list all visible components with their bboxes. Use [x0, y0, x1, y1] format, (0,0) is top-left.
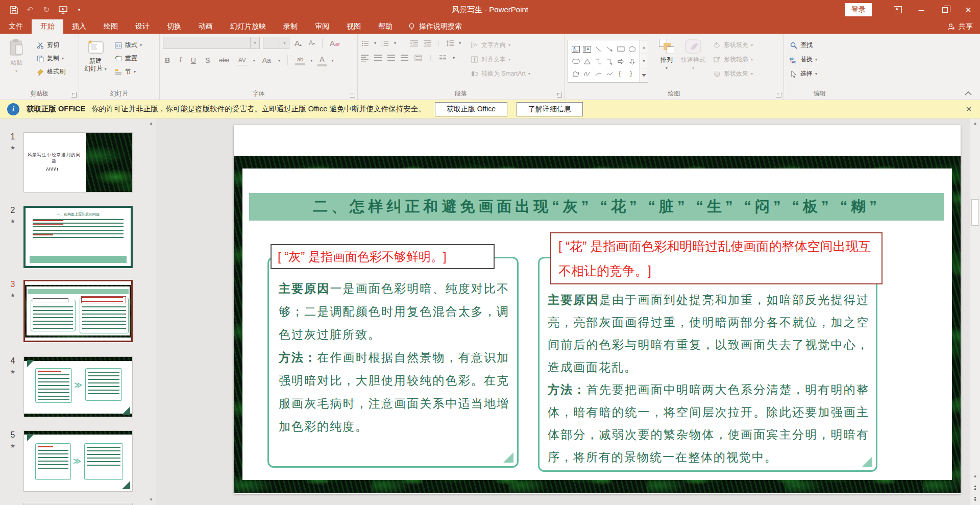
increase-font-button[interactable]: A▴ — [292, 38, 304, 49]
shape-left-brace-icon[interactable]: { — [615, 67, 626, 80]
shape-vertical-textbox-icon[interactable]: A — [581, 43, 593, 55]
tab-home[interactable]: 开始 — [32, 19, 63, 34]
format-painter-button[interactable]: 格式刷 — [34, 66, 67, 77]
shape-line-icon[interactable] — [593, 43, 604, 55]
scroll-up-icon[interactable]: ▲ — [970, 119, 980, 127]
shape-effects-button[interactable]: 形状效果 ▾ — [710, 68, 755, 79]
select-button[interactable]: 选择 ▾ — [787, 68, 819, 79]
shape-textbox-icon[interactable]: A — [570, 43, 581, 55]
shape-right-arrow-icon[interactable] — [615, 55, 626, 67]
shapes-more-icon[interactable]: ▬▼ — [640, 68, 648, 82]
thumbnail-scrollbar[interactable]: ▲ ▼ — [148, 118, 155, 505]
character-spacing-button[interactable]: AV — [236, 56, 248, 65]
thumbnail-scroll-down-icon[interactable]: ▼ — [148, 496, 155, 503]
shape-right-brace-icon[interactable]: } — [626, 67, 638, 80]
shapes-gallery-scroll[interactable]: ▲ ▼ ▬▼ — [640, 40, 648, 83]
main-vertical-scrollbar[interactable]: ▲ ▼ ▲▲ ▼▼ — [970, 118, 980, 505]
drawing-dialog-launcher[interactable] — [776, 92, 781, 98]
minimize-button[interactable]: ─ — [910, 0, 933, 19]
shape-arc-icon[interactable] — [593, 67, 604, 80]
increase-indent-icon[interactable] — [423, 39, 432, 47]
text-direction-button[interactable]: A 文字方向 ▾ — [468, 40, 532, 51]
notice-close-icon[interactable]: ✕ — [962, 100, 976, 118]
shape-elbow-arrow-icon[interactable] — [604, 55, 615, 67]
shape-rectangle-icon[interactable] — [615, 43, 626, 55]
replace-button[interactable]: abac 替换 ▾ — [787, 54, 819, 65]
tab-transitions[interactable]: 切换 — [158, 19, 190, 34]
cut-button[interactable]: 剪切 — [34, 40, 67, 51]
shape-scribble-icon[interactable] — [581, 67, 593, 80]
align-right-icon[interactable] — [387, 55, 395, 62]
paste-button[interactable]: 粘贴 ▾ — [3, 37, 30, 88]
undo-icon[interactable]: ↶ — [26, 5, 35, 14]
font-color-button[interactable]: A — [317, 54, 326, 66]
quick-styles-button[interactable]: 快速样式 ▾ — [680, 37, 706, 88]
paragraph-dialog-launcher[interactable] — [557, 92, 562, 98]
shape-outline-button[interactable]: 形状轮廓 ▾ — [710, 54, 755, 65]
thumbnail-slide-6-partial[interactable] — [23, 503, 133, 505]
convert-smartart-button[interactable]: 转换为 SmartArt ▾ — [468, 68, 532, 79]
justify-icon[interactable] — [401, 55, 408, 62]
restore-button[interactable] — [933, 0, 957, 19]
thumbnail-slide-2[interactable]: 一、在构图上应注意的问题 — [23, 206, 133, 268]
shape-down-arrow-icon[interactable] — [626, 55, 638, 67]
shapes-gallery[interactable]: A A { } — [568, 40, 640, 83]
shapes-scroll-down-icon[interactable]: ▼ — [640, 54, 648, 68]
align-left-icon[interactable] — [361, 55, 369, 62]
ribbon-display-options-button[interactable] — [886, 0, 910, 19]
shape-triangle-icon[interactable] — [581, 55, 593, 67]
tab-view[interactable]: 视图 — [338, 19, 370, 34]
shape-fill-button[interactable]: 形状填充 ▾ — [710, 40, 755, 51]
distribute-icon[interactable] — [414, 54, 423, 62]
font-dialog-launcher[interactable] — [350, 92, 355, 98]
current-slide[interactable]: 二、怎样纠正和避免画面出现“灰” “花” “脏” “生” “闷” “板” “糊”… — [234, 125, 961, 494]
scroll-down-icon[interactable]: ▼ — [970, 473, 980, 480]
learn-more-button[interactable]: 了解详细信息 — [517, 102, 583, 116]
decrease-font-button[interactable]: A▾ — [307, 38, 317, 47]
get-genuine-office-button[interactable]: 获取正版 Office — [435, 102, 507, 116]
tab-insert[interactable]: 插入 — [63, 19, 95, 34]
shapes-scroll-up-icon[interactable]: ▲ — [640, 40, 648, 54]
reset-button[interactable]: 重置 — [112, 53, 144, 64]
section-button[interactable]: 节 ▾ — [112, 66, 144, 77]
strikethrough-button[interactable]: abc — [217, 56, 231, 65]
clipboard-dialog-launcher[interactable] — [71, 92, 77, 98]
customize-qat-icon[interactable]: ▾ — [75, 5, 84, 14]
next-slide-button[interactable]: ▼▼ — [970, 494, 980, 504]
redo-icon[interactable]: ↻ — [42, 5, 51, 14]
left-box-label[interactable]: [ “灰” 是指画面色彩不够鲜明。] — [271, 244, 495, 269]
tab-draw[interactable]: 绘图 — [95, 19, 127, 34]
italic-button[interactable]: I — [177, 55, 184, 65]
line-spacing-icon[interactable] — [446, 39, 454, 47]
shape-curve-icon[interactable] — [604, 67, 615, 80]
close-button[interactable]: × — [957, 0, 980, 19]
change-case-button[interactable]: Aa — [260, 55, 273, 65]
previous-slide-button[interactable]: ▲▲ — [970, 482, 980, 492]
start-slideshow-icon[interactable] — [58, 5, 67, 14]
tab-review[interactable]: 审阅 — [306, 19, 338, 34]
shape-oval-icon[interactable] — [626, 43, 638, 55]
font-name-combo[interactable]: ▾ — [163, 37, 260, 49]
underline-button[interactable]: U — [189, 55, 198, 65]
clear-formatting-button[interactable]: A — [328, 38, 341, 49]
scrollbar-thumb[interactable] — [971, 199, 979, 226]
shape-elbow-connector-icon[interactable] — [593, 55, 604, 67]
align-center-icon[interactable] — [374, 55, 382, 62]
tab-file[interactable]: 文件 — [0, 19, 32, 34]
login-button[interactable]: 登录 — [845, 3, 872, 16]
arrange-button[interactable]: 排列 ▾ — [653, 37, 680, 88]
tab-record[interactable]: 录制 — [275, 19, 306, 34]
bullets-icon[interactable] — [361, 39, 370, 47]
tab-design[interactable]: 设计 — [127, 19, 158, 34]
new-slide-button[interactable]: 新建 幻灯片 ▾ — [82, 37, 109, 88]
shape-arrow-icon[interactable] — [604, 43, 615, 55]
shape-freeform-icon[interactable] — [570, 67, 581, 80]
tab-animations[interactable]: 动画 — [190, 19, 222, 34]
tab-help[interactable]: 帮助 — [370, 19, 401, 34]
align-text-button[interactable]: 对齐文本 ▾ — [468, 54, 532, 65]
numbering-icon[interactable]: 123 — [381, 39, 389, 47]
thumbnail-scroll-up-icon[interactable]: ▲ — [148, 119, 155, 127]
highlight-color-button[interactable]: ab — [295, 55, 305, 65]
collapse-ribbon-button[interactable] — [964, 90, 973, 97]
tab-slideshow[interactable]: 幻灯片放映 — [222, 19, 275, 34]
